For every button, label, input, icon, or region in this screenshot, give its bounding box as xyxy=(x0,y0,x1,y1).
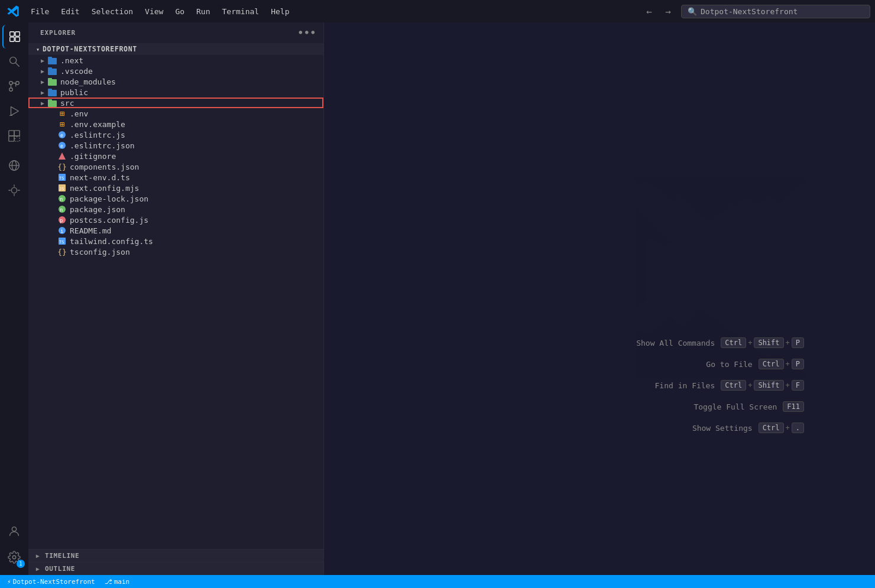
key-plus-4: + xyxy=(748,381,752,389)
tree-item-package-lock[interactable]: n package-lock.json xyxy=(28,193,323,204)
svg-marker-9 xyxy=(11,107,19,116)
status-branch[interactable]: ⎇ main xyxy=(102,578,132,586)
activity-source-control[interactable] xyxy=(2,74,26,98)
svg-point-20 xyxy=(12,555,16,559)
bottom-panels: ▶ TIMELINE ▶ OUTLINE xyxy=(28,549,323,575)
tree-item-components-json[interactable]: {} components.json xyxy=(28,161,323,172)
status-remote[interactable]: ⚡ Dotpot-NextStorefront xyxy=(5,578,98,586)
svg-rect-11 xyxy=(9,136,14,141)
timeline-arrow-icon: ▶ xyxy=(33,553,43,559)
tree-item-public[interactable]: ▶ public xyxy=(28,87,323,98)
activity-account[interactable] xyxy=(2,519,26,543)
key-dot: . xyxy=(792,423,804,433)
tree-item-readme[interactable]: i README.md xyxy=(28,225,323,236)
svg-rect-26 xyxy=(48,78,52,80)
key-shift-2: Shift xyxy=(754,380,783,391)
key-plus-1: + xyxy=(748,339,752,347)
activity-run[interactable] xyxy=(2,99,26,123)
env-example-file-icon: ⊞ xyxy=(57,120,67,128)
activity-explorer[interactable] xyxy=(2,25,26,48)
go-to-file-keys: Ctrl + P xyxy=(759,359,804,369)
vscode-label: .vscode xyxy=(60,67,93,76)
tree-item-env-example[interactable]: ⊞ .env.example xyxy=(28,119,323,129)
public-arrow-icon: ▶ xyxy=(38,89,47,96)
activity-search[interactable] xyxy=(2,50,26,73)
tree-item-package-json[interactable]: n package.json xyxy=(28,204,323,215)
menu-run[interactable]: Run xyxy=(190,5,216,18)
env-label: .env xyxy=(70,109,88,118)
tree-root-item[interactable]: ▾ DOTPOT-NEXTSTOREFRONT xyxy=(28,43,323,55)
activity-extensions[interactable] xyxy=(2,124,26,148)
node-modules-folder-icon xyxy=(47,77,58,86)
tree-item-next[interactable]: ▶ .next xyxy=(28,55,323,66)
key-plus-2: + xyxy=(786,339,790,347)
svg-rect-12 xyxy=(14,131,20,136)
outline-label: OUTLINE xyxy=(45,565,75,573)
shortcut-go-to-file: Go to File Ctrl + P xyxy=(706,359,804,369)
status-remote-text: Dotpot-NextStorefront xyxy=(13,578,95,586)
tailwind-label: tailwind.config.ts xyxy=(70,237,153,246)
package-lock-file-icon: n xyxy=(57,194,67,203)
menu-terminal[interactable]: Terminal xyxy=(216,5,265,18)
tree-item-eslintrc-json[interactable]: e .eslintrc.json xyxy=(28,140,323,151)
menu-file[interactable]: File xyxy=(25,5,55,18)
key-ctrl-4: Ctrl xyxy=(759,423,784,433)
gitignore-label: .gitignore xyxy=(70,152,116,161)
show-all-commands-label: Show All Commands xyxy=(636,339,715,347)
toggle-fullscreen-label: Toggle Full Screen xyxy=(693,402,777,411)
svg-point-4 xyxy=(10,57,17,64)
menu-help[interactable]: Help xyxy=(265,5,295,18)
key-p-1: P xyxy=(792,337,804,348)
nav-forward-button[interactable]: → xyxy=(660,3,676,20)
menu-view[interactable]: View xyxy=(139,5,169,18)
tree-item-vscode[interactable]: ▶ .vscode xyxy=(28,66,323,76)
activity-settings[interactable]: 1 xyxy=(2,545,26,569)
svg-text:e: e xyxy=(60,144,63,149)
tree-item-postcss[interactable]: p postcss.config.js xyxy=(28,215,323,225)
svg-rect-28 xyxy=(48,89,52,90)
svg-text:TS: TS xyxy=(59,176,64,181)
svg-text:p: p xyxy=(60,217,63,223)
next-config-label: next.config.mjs xyxy=(70,184,139,193)
find-in-files-keys: Ctrl + Shift + F xyxy=(721,380,804,391)
sidebar: Explorer ••• ▾ DOTPOT-NEXTSTOREFRONT ▶ .… xyxy=(28,22,324,575)
svg-text:n: n xyxy=(60,196,63,202)
package-json-file-icon: n xyxy=(57,205,67,213)
tree-item-node-modules[interactable]: ▶ node_modules xyxy=(28,76,323,87)
menu-selection[interactable]: Selection xyxy=(86,5,139,18)
title-search-bar[interactable]: 🔍 Dotpot-NextStorefront xyxy=(681,5,870,18)
tree-item-src[interactable]: ▶ src xyxy=(28,98,323,108)
svg-text:n: n xyxy=(60,207,63,213)
menu-go[interactable]: Go xyxy=(169,5,190,18)
svg-rect-1 xyxy=(15,32,20,36)
go-to-file-label: Go to File xyxy=(706,360,752,369)
key-ctrl-2: Ctrl xyxy=(759,359,784,369)
sidebar-more-actions[interactable]: ••• xyxy=(297,27,316,38)
readme-label: README.md xyxy=(70,226,111,235)
search-text: Dotpot-NextStorefront xyxy=(701,7,798,16)
tree-item-tailwind[interactable]: TS tailwind.config.ts xyxy=(28,236,323,246)
tree-item-env[interactable]: ⊞ .env xyxy=(28,108,323,119)
timeline-panel-header[interactable]: ▶ TIMELINE xyxy=(28,549,323,562)
svg-rect-30 xyxy=(48,99,52,101)
src-arrow-icon: ▶ xyxy=(38,100,47,106)
tree-item-gitignore[interactable]: .gitignore xyxy=(28,151,323,161)
tree-item-next-config[interactable]: JS next.config.mjs xyxy=(28,183,323,193)
menu-edit[interactable]: Edit xyxy=(55,5,85,18)
svg-rect-2 xyxy=(10,37,14,41)
vscode-logo xyxy=(5,3,21,20)
activity-copilot[interactable] xyxy=(2,178,26,202)
outline-panel-header[interactable]: ▶ OUTLINE xyxy=(28,562,323,575)
public-label: public xyxy=(60,88,88,97)
timeline-label: TIMELINE xyxy=(45,552,79,560)
nav-back-button[interactable]: ← xyxy=(641,3,657,20)
key-p-2: P xyxy=(792,359,804,369)
next-env-file-icon: TS xyxy=(57,173,67,181)
package-lock-label: package-lock.json xyxy=(70,194,148,203)
tree-item-eslintrc-js[interactable]: e .eslintrc.js xyxy=(28,129,323,140)
explorer-tree[interactable]: ▾ DOTPOT-NEXTSTOREFRONT ▶ .next ▶ .vscod… xyxy=(28,43,323,549)
tree-item-tsconfig[interactable]: {} tsconfig.json xyxy=(28,246,323,257)
activity-remote[interactable] xyxy=(2,154,26,177)
package-json-label: package.json xyxy=(70,205,125,214)
tree-item-next-env[interactable]: TS next-env.d.ts xyxy=(28,172,323,183)
